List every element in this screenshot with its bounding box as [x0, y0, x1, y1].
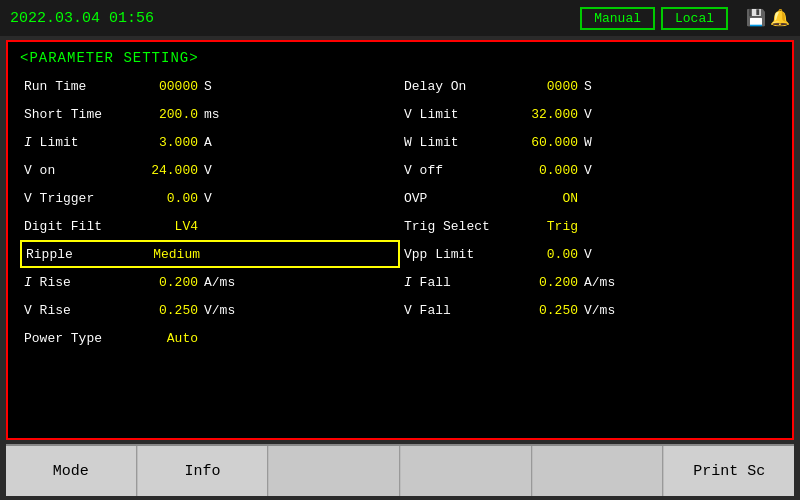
param-value: 0.00	[514, 247, 584, 262]
parameter-panel: <PARAMETER SETTING> Run Time00000SShort …	[6, 40, 794, 440]
param-label: OVP	[404, 191, 514, 206]
param-label: Short Time	[24, 107, 134, 122]
param-label: V Trigger	[24, 191, 134, 206]
mode-buttons: Manual Local	[580, 7, 728, 30]
param-unit: ms	[204, 107, 244, 122]
param-row-left-2: I Limit3.000A	[20, 128, 400, 156]
param-label: Power Type	[24, 331, 134, 346]
param-row-right-1: V Limit32.000V	[400, 100, 780, 128]
param-value: 0.250	[134, 303, 204, 318]
param-value: Auto	[134, 331, 204, 346]
param-row-right-6: Vpp Limit0.00V	[400, 240, 780, 268]
param-unit: V	[584, 247, 624, 262]
param-value: 3.000	[134, 135, 204, 150]
param-value: 0.000	[514, 163, 584, 178]
param-unit: A	[204, 135, 244, 150]
param-value: 200.0	[134, 107, 204, 122]
param-unit: S	[584, 79, 624, 94]
param-label: W Limit	[404, 135, 514, 150]
param-row-left-7: I Rise0.200A/ms	[20, 268, 400, 296]
bottom-btn-empty-4	[532, 446, 664, 496]
param-row-right-4: OVPON	[400, 184, 780, 212]
param-value: Medium	[136, 247, 206, 262]
bottom-btn-empty-2	[268, 446, 400, 496]
param-unit: V/ms	[204, 303, 244, 318]
status-icons: 💾 🔔	[746, 8, 790, 28]
param-value: 0.200	[134, 275, 204, 290]
local-button[interactable]: Local	[661, 7, 728, 30]
params-left-column: Run Time00000SShort Time200.0msI Limit3.…	[20, 72, 400, 430]
param-row-right-8: V Fall0.250V/ms	[400, 296, 780, 324]
bottom-btn-mode[interactable]: Mode	[6, 446, 137, 496]
param-label: Trig Select	[404, 219, 514, 234]
param-unit: W	[584, 135, 624, 150]
param-value: Trig	[514, 219, 584, 234]
param-value: 0000	[514, 79, 584, 94]
param-row-left-6[interactable]: RippleMedium	[20, 240, 400, 268]
param-row-left-8: V Rise0.250V/ms	[20, 296, 400, 324]
param-row-right-2: W Limit60.000W	[400, 128, 780, 156]
param-value: 00000	[134, 79, 204, 94]
param-row-right-3: V off0.000V	[400, 156, 780, 184]
param-label: V off	[404, 163, 514, 178]
param-row-left-5: Digit FiltLV4	[20, 212, 400, 240]
param-label: Run Time	[24, 79, 134, 94]
param-label: Ripple	[26, 247, 136, 262]
save-icon: 💾	[746, 8, 766, 28]
param-row-right-7: I Fall0.200A/ms	[400, 268, 780, 296]
param-label: I Limit	[24, 135, 134, 150]
bottom-btn-print-sc[interactable]: Print Sc	[663, 446, 794, 496]
param-row-right-0: Delay On0000S	[400, 72, 780, 100]
param-value: 24.000	[134, 163, 204, 178]
param-unit: V	[204, 163, 244, 178]
param-label: V Rise	[24, 303, 134, 318]
param-label: Delay On	[404, 79, 514, 94]
manual-button[interactable]: Manual	[580, 7, 655, 30]
params-grid: Run Time00000SShort Time200.0msI Limit3.…	[20, 72, 780, 430]
bottom-bar: ModeInfoPrint Sc	[6, 444, 794, 496]
param-label: V Fall	[404, 303, 514, 318]
panel-title: <PARAMETER SETTING>	[20, 50, 780, 66]
param-label: V on	[24, 163, 134, 178]
param-unit: A/ms	[204, 275, 244, 290]
param-value: 0.250	[514, 303, 584, 318]
bottom-btn-empty-3	[400, 446, 532, 496]
param-row-right-5: Trig SelectTrig	[400, 212, 780, 240]
param-label: V Limit	[404, 107, 514, 122]
param-label: Vpp Limit	[404, 247, 514, 262]
param-value: 32.000	[514, 107, 584, 122]
datetime-display: 2022.03.04 01:56	[10, 10, 568, 27]
param-value: 0.00	[134, 191, 204, 206]
bottom-btn-info[interactable]: Info	[137, 446, 269, 496]
param-row-right-9	[400, 324, 780, 352]
param-value: ON	[514, 191, 584, 206]
param-unit: S	[204, 79, 244, 94]
param-value: LV4	[134, 219, 204, 234]
param-row-left-9: Power TypeAuto	[20, 324, 400, 352]
param-unit: A/ms	[584, 275, 624, 290]
params-right-column: Delay On0000SV Limit32.000VW Limit60.000…	[400, 72, 780, 430]
param-row-left-4: V Trigger0.00V	[20, 184, 400, 212]
param-unit: V	[204, 191, 244, 206]
param-unit: V	[584, 163, 624, 178]
param-label: I Rise	[24, 275, 134, 290]
param-row-left-1: Short Time200.0ms	[20, 100, 400, 128]
top-bar: 2022.03.04 01:56 Manual Local 💾 🔔	[0, 0, 800, 36]
param-unit: V/ms	[584, 303, 624, 318]
bell-icon: 🔔	[770, 8, 790, 28]
param-row-left-3: V on24.000V	[20, 156, 400, 184]
param-label: Digit Filt	[24, 219, 134, 234]
param-value: 60.000	[514, 135, 584, 150]
param-unit: V	[584, 107, 624, 122]
param-row-left-0: Run Time00000S	[20, 72, 400, 100]
param-label: I Fall	[404, 275, 514, 290]
param-value: 0.200	[514, 275, 584, 290]
